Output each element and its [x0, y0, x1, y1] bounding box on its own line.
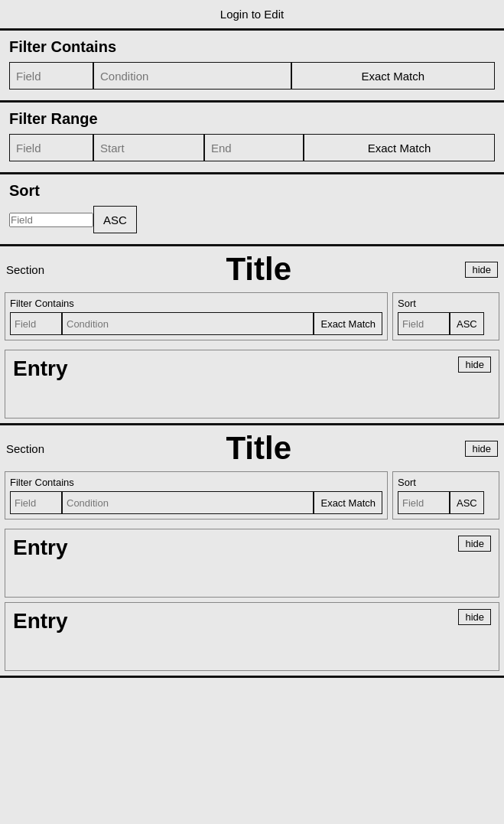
sort-row: ASC: [9, 206, 495, 233]
section-1-header: Section Title hide: [0, 246, 504, 292]
section-2-field-input[interactable]: [10, 491, 62, 514]
section-2-sort-asc-button[interactable]: ASC: [450, 491, 484, 514]
section-1-entry-0-header: Entry hide: [13, 357, 491, 381]
section-1-entry-0: Entry hide: [5, 350, 499, 419]
section-1: Section Title hide Filter Contains Exact…: [0, 246, 504, 425]
section-1-condition-input[interactable]: [62, 312, 314, 335]
filter-contains-section: Filter Contains Exact Match: [0, 31, 504, 103]
section-2-header: Section Title hide: [0, 425, 504, 471]
section-2-sort: Sort ASC: [392, 471, 499, 519]
top-bar: Login to Edit: [0, 0, 504, 31]
section-1-sort-asc-button[interactable]: ASC: [450, 312, 484, 335]
filter-contains-title: Filter Contains: [9, 38, 495, 56]
section-1-hide-button[interactable]: hide: [465, 262, 498, 278]
section-1-filter-contains-label: Filter Contains: [10, 298, 382, 309]
section-2-label: Section: [6, 442, 44, 455]
section-2-sort-label: Sort: [398, 477, 494, 488]
section-1-filter-sort: Filter Contains Exact Match Sort ASC: [0, 292, 504, 345]
section-1-sort-row: ASC: [398, 312, 494, 335]
section-2-entry-0-hide-button[interactable]: hide: [458, 536, 491, 552]
filter-range-field-input[interactable]: [9, 134, 93, 161]
section-1-sort-label: Sort: [398, 298, 494, 309]
login-to-edit-label: Login to Edit: [220, 8, 284, 21]
section-1-entry-0-hide-button[interactable]: hide: [458, 357, 491, 373]
section-2-entry-0-label: Entry: [13, 536, 68, 560]
section-2-hide-button[interactable]: hide: [465, 441, 498, 457]
section-2-entry-0-header: Entry hide: [13, 536, 491, 560]
filter-range-start-input[interactable]: [93, 134, 204, 161]
section-1-entry-0-label: Entry: [13, 357, 68, 381]
sort-asc-button[interactable]: ASC: [93, 206, 137, 233]
section-1-sort: Sort ASC: [392, 292, 499, 340]
section-1-exact-match-button[interactable]: Exact Match: [314, 312, 382, 335]
section-2-filter-sort: Filter Contains Exact Match Sort ASC: [0, 471, 504, 524]
filter-contains-exact-match-button[interactable]: Exact Match: [291, 62, 496, 90]
section-2-filter-row: Exact Match: [10, 491, 382, 514]
filter-range-exact-match-button[interactable]: Exact Match: [304, 134, 495, 161]
filter-range-end-input[interactable]: [204, 134, 304, 161]
filter-range-title: Filter Range: [9, 110, 495, 128]
section-2-exact-match-button[interactable]: Exact Match: [314, 491, 382, 514]
section-2: Section Title hide Filter Contains Exact…: [0, 425, 504, 678]
section-1-sort-field-input[interactable]: [398, 312, 450, 335]
sort-title: Sort: [9, 182, 495, 200]
section-2-sort-field-input[interactable]: [398, 491, 450, 514]
section-1-field-input[interactable]: [10, 312, 62, 335]
section-1-filter-row: Exact Match: [10, 312, 382, 335]
section-2-sort-row: ASC: [398, 491, 494, 514]
sort-section: Sort ASC: [0, 174, 504, 246]
section-2-filter-contains: Filter Contains Exact Match: [5, 471, 388, 519]
section-2-condition-input[interactable]: [62, 491, 314, 514]
filter-contains-condition-input[interactable]: [93, 62, 291, 90]
sort-field-input[interactable]: [9, 213, 93, 227]
section-2-title: Title: [52, 430, 465, 467]
section-2-entry-1-hide-button[interactable]: hide: [458, 609, 491, 625]
filter-contains-field-input[interactable]: [9, 62, 93, 90]
section-1-filter-contains: Filter Contains Exact Match: [5, 292, 388, 340]
section-2-entry-0: Entry hide: [5, 529, 499, 598]
section-1-label: Section: [6, 263, 44, 276]
filter-range-row: Exact Match: [9, 134, 495, 161]
filter-contains-row: Exact Match: [9, 62, 495, 90]
section-2-entry-1-header: Entry hide: [13, 609, 491, 633]
section-1-title: Title: [52, 251, 465, 288]
section-2-entry-1: Entry hide: [5, 602, 499, 671]
filter-range-section: Filter Range Exact Match: [0, 103, 504, 174]
section-2-filter-contains-label: Filter Contains: [10, 477, 382, 488]
section-2-entry-1-label: Entry: [13, 609, 68, 633]
